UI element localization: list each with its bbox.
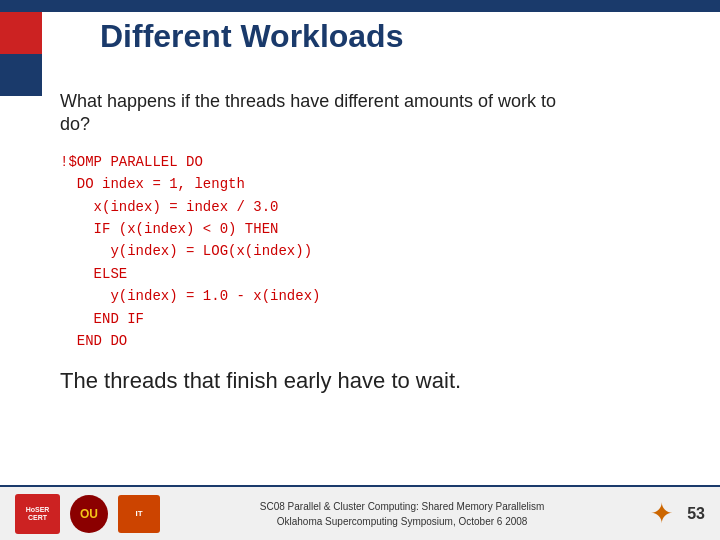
footer-line2: Oklahoma Supercomputing Symposium, Octob… (160, 514, 644, 529)
hoser-logo-text: HoSERCERT (26, 506, 50, 521)
slide-title: Different Workloads (100, 18, 700, 55)
bottom-right-area: ✦ 53 (644, 496, 705, 531)
left-accent-blue (0, 54, 42, 96)
it-logo: IT (118, 495, 160, 533)
code-block: !$OMP PARALLEL DO DO index = 1, length x… (60, 151, 690, 353)
footer-text: SC08 Parallel & Cluster Computing: Share… (160, 499, 644, 529)
conclusion-text: The threads that finish early have to wa… (60, 368, 690, 394)
ou-logo-text: OU (80, 507, 98, 521)
top-decorative-bar (0, 0, 720, 12)
page-number: 53 (687, 505, 705, 523)
hoser-logo: HoSERCERT (15, 494, 60, 534)
logos-area: HoSERCERT OU IT (15, 494, 160, 534)
title-area: Different Workloads (100, 18, 700, 55)
slide: Different Workloads What happens if the … (0, 0, 720, 540)
bottom-bar: HoSERCERT OU IT SC08 Parallel & Cluster … (0, 485, 720, 540)
ou-logo: OU (70, 495, 108, 533)
intro-line1: What happens if the threads have differe… (60, 91, 556, 111)
intro-text: What happens if the threads have differe… (60, 90, 690, 137)
it-logo-text: IT (135, 509, 142, 518)
left-accent-red (0, 12, 42, 54)
footer-line1: SC08 Parallel & Cluster Computing: Share… (160, 499, 644, 514)
content-area: What happens if the threads have differe… (60, 90, 690, 394)
star-icon: ✦ (644, 496, 679, 531)
intro-line2: do? (60, 114, 90, 134)
